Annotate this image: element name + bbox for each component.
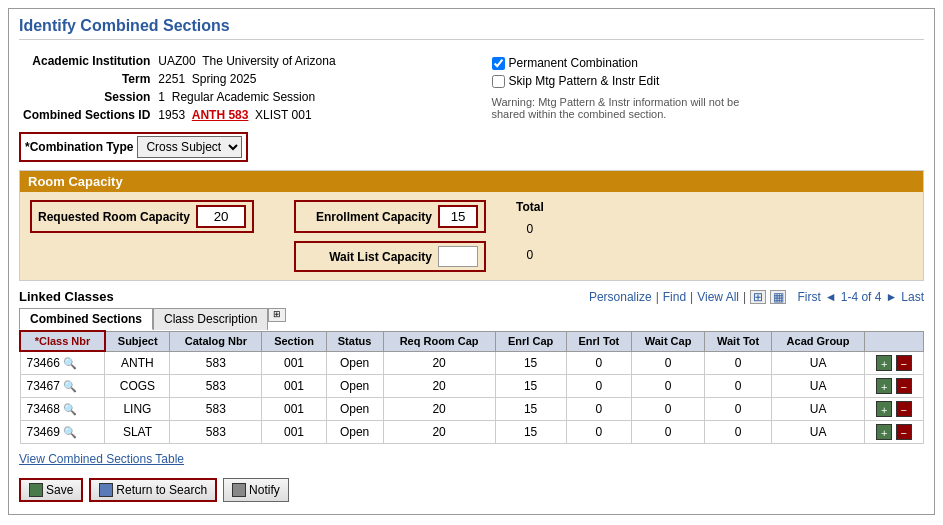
return-to-search-button[interactable]: Return to Search <box>89 478 217 502</box>
acad-group-cell: UA <box>772 374 865 397</box>
status-cell: Open <box>326 420 383 443</box>
anth-course-link[interactable]: ANTH 583 <box>192 108 249 122</box>
enrl-cap-cell: 15 <box>495 374 566 397</box>
row-actions-cell: + − <box>864 351 923 374</box>
view-all-link[interactable]: View All <box>697 290 739 304</box>
wait-list-capacity-row: Wait List Capacity <box>294 241 486 272</box>
section-cell: 001 <box>262 374 326 397</box>
prev-page-icon[interactable]: ◄ <box>825 290 837 304</box>
class-nbr-cell: 73467 🔍 <box>20 374 105 397</box>
header-info-right: Permanent Combination Skip Mtg Pattern &… <box>472 52 925 124</box>
room-capacity-section: Room Capacity Requested Room Capacity En… <box>19 170 924 281</box>
add-row-button[interactable]: + <box>876 401 892 417</box>
term-label: Term <box>19 70 154 88</box>
linked-classes-toolbar: Personalize | Find | View All | ⊞ ▦ Firs… <box>589 290 924 304</box>
col-req-room-cap: Req Room Cap <box>383 331 495 351</box>
tab-class-description[interactable]: Class Description <box>153 308 268 330</box>
status-cell: Open <box>326 374 383 397</box>
session-value: 1 Regular Academic Session <box>154 88 339 106</box>
delete-row-button[interactable]: − <box>896 424 912 440</box>
wait-list-capacity-input[interactable] <box>438 246 478 267</box>
col-catalog-nbr: Catalog Nbr <box>170 331 262 351</box>
enrl-tot-cell: 0 <box>566 351 632 374</box>
linked-classes-header-row: Linked Classes Personalize | Find | View… <box>19 289 924 304</box>
academic-institution-code: UAZ00 The University of Arizona <box>154 52 339 70</box>
col-class-nbr: *Class Nbr <box>20 331 105 351</box>
personalize-link[interactable]: Personalize <box>589 290 652 304</box>
req-room-cap-cell: 20 <box>383 374 495 397</box>
delete-row-button[interactable]: − <box>896 355 912 371</box>
catalog-nbr-cell: 583 <box>170 374 262 397</box>
wait-tot-cell: 0 <box>704 351 771 374</box>
combined-sections-id-value: 1953 ANTH 583 XLIST 001 <box>154 106 339 124</box>
enrollment-capacity-input[interactable] <box>438 205 478 228</box>
section-cell: 001 <box>262 397 326 420</box>
wait-cap-cell: 0 <box>632 397 705 420</box>
delete-row-button[interactable]: − <box>896 401 912 417</box>
combination-type-box: *Combination Type Cross Subject Same Sub… <box>19 132 248 162</box>
header-info-left: Academic Institution UAZ00 The Universit… <box>19 52 472 124</box>
skip-mtg-checkbox-label[interactable]: Skip Mtg Pattern & Instr Edit <box>492 74 925 88</box>
combination-type-label: *Combination Type <box>25 140 133 154</box>
notify-icon <box>232 483 246 497</box>
class-nbr-cell: 73469 🔍 <box>20 420 105 443</box>
main-content: Academic Institution UAZ00 The Universit… <box>9 44 934 514</box>
add-row-button[interactable]: + <box>876 424 892 440</box>
table-icon[interactable]: ▦ <box>770 290 786 304</box>
add-row-button[interactable]: + <box>876 355 892 371</box>
totals-column: Total 0 0 <box>506 200 544 262</box>
warning-text: Warning: Mtg Pattern & Instr information… <box>492 96 752 120</box>
return-icon <box>99 483 113 497</box>
find-link[interactable]: Find <box>663 290 686 304</box>
wait-tot-cell: 0 <box>704 420 771 443</box>
catalog-nbr-cell: 583 <box>170 351 262 374</box>
col-enrl-tot: Enrl Tot <box>566 331 632 351</box>
room-capacity-header: Room Capacity <box>20 171 923 192</box>
table-row: 73469 🔍 SLAT 583 001 Open 20 15 0 0 0 UA… <box>20 420 924 443</box>
wait-cap-cell: 0 <box>632 351 705 374</box>
catalog-nbr-cell: 583 <box>170 397 262 420</box>
add-row-button[interactable]: + <box>876 378 892 394</box>
pagination-text: 1-4 of 4 <box>841 290 882 304</box>
requested-room-capacity-input[interactable] <box>196 205 246 228</box>
session-label: Session <box>19 88 154 106</box>
class-nbr-search-icon[interactable]: 🔍 <box>63 403 77 415</box>
table-row: 73467 🔍 COGS 583 001 Open 20 15 0 0 0 UA… <box>20 374 924 397</box>
row-actions-cell: + − <box>864 420 923 443</box>
linked-classes-title: Linked Classes <box>19 289 114 304</box>
tab-extra-icon[interactable]: ⊞ <box>268 308 286 322</box>
enrollment-total: 0 <box>516 222 544 236</box>
col-acad-group: Acad Group <box>772 331 865 351</box>
view-combined-sections-link[interactable]: View Combined Sections Table <box>19 452 924 466</box>
tab-combined-sections[interactable]: Combined Sections <box>19 308 153 330</box>
combination-type-select[interactable]: Cross Subject Same Subject Other <box>137 136 242 158</box>
permanent-combination-checkbox-label[interactable]: Permanent Combination <box>492 56 925 70</box>
delete-row-button[interactable]: − <box>896 378 912 394</box>
linked-classes-table: *Class Nbr Subject Catalog Nbr Section S… <box>19 330 924 444</box>
enrl-cap-cell: 15 <box>495 397 566 420</box>
enrollment-waitlist-group: Enrollment Capacity Wait List Capacity <box>294 200 486 272</box>
skip-mtg-checkbox[interactable] <box>492 75 505 88</box>
req-room-cap-cell: 20 <box>383 351 495 374</box>
acad-group-cell: UA <box>772 397 865 420</box>
subject-cell: ANTH <box>105 351 170 374</box>
class-nbr-search-icon[interactable]: 🔍 <box>63 426 77 438</box>
class-nbr-search-icon[interactable]: 🔍 <box>63 357 77 369</box>
combination-type-row: *Combination Type Cross Subject Same Sub… <box>19 132 924 162</box>
notify-button[interactable]: Notify <box>223 478 289 502</box>
page-title-section: Identify Combined Sections <box>9 9 934 44</box>
save-icon <box>29 483 43 497</box>
last-label: Last <box>901 290 924 304</box>
class-nbr-search-icon[interactable]: 🔍 <box>63 380 77 392</box>
subject-cell: LING <box>105 397 170 420</box>
next-page-icon[interactable]: ► <box>885 290 897 304</box>
permanent-combination-checkbox[interactable] <box>492 57 505 70</box>
wait-tot-cell: 0 <box>704 374 771 397</box>
page-wrapper: Identify Combined Sections Academic Inst… <box>8 8 935 515</box>
col-enrl-cap: Enrl Cap <box>495 331 566 351</box>
save-button[interactable]: Save <box>19 478 83 502</box>
grid-icon[interactable]: ⊞ <box>750 290 766 304</box>
enrollment-capacity-label: Enrollment Capacity <box>302 210 432 224</box>
col-subject: Subject <box>105 331 170 351</box>
requested-room-capacity-label: Requested Room Capacity <box>38 210 190 224</box>
